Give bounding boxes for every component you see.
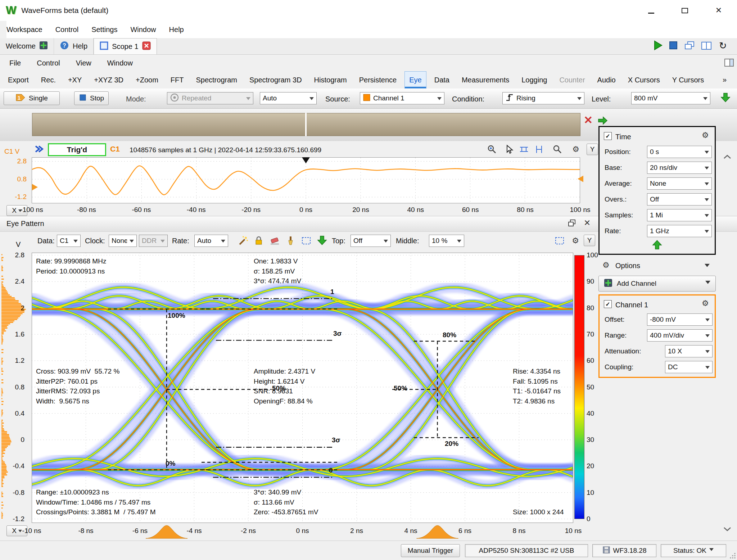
preview-settings-gear-icon[interactable]: ⚙ — [570, 144, 581, 155]
view-tab-audio[interactable]: Audio — [593, 71, 620, 89]
channel1-checkbox[interactable]: ✓ — [604, 300, 612, 308]
cascade-windows-icon[interactable] — [684, 40, 696, 53]
view-tab-logging[interactable]: Logging — [517, 71, 551, 89]
collapse-eye-toolbar-icon[interactable] — [317, 235, 327, 246]
pointer-tool-icon[interactable] — [503, 144, 514, 155]
maximize-button[interactable] — [674, 0, 696, 21]
view-tab-export[interactable]: Export — [4, 71, 33, 89]
run-all-button[interactable] — [652, 40, 664, 53]
time-checkbox[interactable]: ✓ — [604, 132, 612, 140]
view-tab-histogram[interactable]: Histogram — [310, 71, 351, 89]
stop-all-button[interactable] — [668, 40, 679, 52]
horizontal-measure-icon[interactable] — [519, 144, 529, 155]
sidebar-select[interactable]: 400 mV/div — [647, 329, 713, 342]
menu-settings[interactable]: Settings — [91, 26, 117, 34]
selection-box-icon[interactable] — [301, 235, 312, 246]
sidebar-select[interactable]: DC — [665, 361, 713, 373]
sidebar-scroll-up-icon[interactable] — [723, 154, 732, 161]
scope-menu-control[interactable]: Control — [37, 59, 60, 67]
view-tab-rec[interactable]: Rec. — [37, 71, 60, 89]
trigger-condition-select[interactable]: Rising — [502, 92, 584, 104]
sidebar-select[interactable]: 0 s — [647, 146, 712, 158]
tab-welcome[interactable]: Welcome — [0, 38, 54, 54]
tab-close-icon[interactable] — [142, 41, 151, 52]
view-tab-zoom[interactable]: +Zoom — [131, 71, 163, 89]
sidebar-select[interactable]: 1 GHz — [647, 225, 712, 237]
expand-sidebar-icon[interactable] — [597, 116, 608, 127]
tab-help[interactable]: ? Help — [54, 38, 94, 54]
eye-rate-select[interactable]: Auto — [194, 235, 228, 247]
view-tab-counter[interactable]: Counter — [555, 71, 589, 89]
tab-scope-1[interactable]: Scope 1 — [94, 38, 157, 54]
sidebar-select[interactable]: 10 X — [665, 345, 713, 357]
view-tab-spectrogram-3d[interactable]: Spectrogram 3D — [245, 71, 306, 89]
eye-middle-select[interactable]: 10 % — [429, 235, 464, 247]
scope-menu-file[interactable]: File — [9, 59, 21, 67]
status-ok[interactable]: Status: OK — [661, 544, 726, 557]
dock-layout-icon[interactable] — [724, 58, 734, 68]
menu-help[interactable]: Help — [169, 26, 184, 34]
lock-icon[interactable] — [253, 235, 264, 246]
undock-panel-icon[interactable] — [567, 219, 577, 229]
menu-window[interactable]: Window — [130, 26, 156, 34]
view-tab-x-cursors[interactable]: X Cursors — [624, 71, 664, 89]
sidebar-select[interactable]: 1 Mi — [647, 209, 712, 221]
sidebar-select[interactable]: None — [647, 177, 712, 190]
new-workspace-icon[interactable] — [39, 41, 48, 51]
preview-y-scale-button[interactable]: Y — [587, 144, 598, 155]
view-tab-measurements[interactable]: Measurements — [457, 71, 514, 89]
clear-position-icon[interactable]: ✕ — [584, 114, 593, 126]
time-gear-icon[interactable]: ⚙ — [702, 131, 709, 139]
vertical-measure-icon[interactable] — [534, 144, 544, 155]
eye-settings-gear-icon[interactable]: ⚙ — [570, 235, 581, 246]
sidebar-select[interactable]: 20 ns/div — [647, 162, 712, 174]
sidebar-select[interactable]: Off — [647, 193, 712, 206]
refresh-icon[interactable]: ↻ — [719, 40, 727, 51]
collapse-controls-icon[interactable] — [720, 92, 731, 104]
trigger-level-select[interactable]: 800 mV — [631, 92, 710, 104]
tile-windows-icon[interactable] — [700, 40, 713, 53]
close-panel-icon[interactable]: ✕ — [584, 218, 591, 228]
manual-trigger-button[interactable]: Manual Trigger — [401, 544, 460, 557]
stop-button[interactable]: Stop — [74, 91, 109, 105]
trigger-mode-select[interactable]: Auto — [260, 92, 317, 104]
eraser-icon[interactable] — [269, 235, 280, 246]
collapse-time-panel-icon[interactable] — [652, 239, 662, 252]
position-marker[interactable] — [305, 113, 307, 136]
view-tabs-overflow[interactable]: » — [723, 76, 727, 84]
scope-menu-window[interactable]: Window — [107, 59, 133, 67]
scope-menu-view[interactable]: View — [76, 59, 91, 67]
view-tab-y-cursors[interactable]: Y Cursors — [668, 71, 709, 89]
close-button[interactable]: ✕ — [707, 0, 730, 21]
trigger-source-select[interactable]: Channel 1 — [360, 92, 444, 104]
options-gear-icon[interactable]: ⚙ — [602, 261, 610, 269]
trigger-level-marker[interactable] — [574, 176, 583, 182]
trigger-position-marker[interactable] — [302, 157, 310, 167]
view-tab-xy[interactable]: +XY — [64, 71, 86, 89]
view-tab-eye[interactable]: Eye — [404, 71, 426, 89]
sidebar-select[interactable]: -800 mV — [647, 313, 713, 326]
menu-workspace[interactable]: Workspace — [6, 26, 42, 34]
add-channel-button[interactable]: Add Channel — [598, 276, 716, 292]
view-tab-spectrogram[interactable]: Spectrogram — [191, 71, 241, 89]
view-tab-fft[interactable]: FFT — [166, 71, 188, 89]
options-chevron-icon[interactable] — [705, 264, 710, 270]
zoom-tool-icon[interactable] — [487, 144, 497, 155]
grid-options-icon[interactable] — [554, 235, 565, 246]
expand-preview-icon[interactable] — [33, 143, 45, 156]
minimize-button[interactable] — [640, 0, 662, 21]
menu-control[interactable]: Control — [55, 26, 78, 34]
options-label[interactable]: Options — [615, 262, 640, 270]
eye-clock-select[interactable]: None — [109, 235, 137, 247]
view-tab-persistence[interactable]: Persistence — [355, 71, 401, 89]
eye-y-scale-button[interactable]: Y — [584, 235, 595, 246]
magnifier-icon[interactable] — [552, 144, 563, 155]
sidebar-scroll-down-icon[interactable] — [723, 526, 732, 533]
brush-icon[interactable] — [285, 235, 296, 246]
single-button[interactable]: 1 Single — [4, 91, 60, 105]
channel1-gear-icon[interactable]: ⚙ — [702, 299, 709, 307]
view-tab-data[interactable]: Data — [430, 71, 454, 89]
view-tab-xyz-3d[interactable]: +XYZ 3D — [90, 71, 128, 89]
channel-offset-marker[interactable] — [32, 184, 41, 190]
eye-top-select[interactable]: Off — [351, 235, 391, 247]
